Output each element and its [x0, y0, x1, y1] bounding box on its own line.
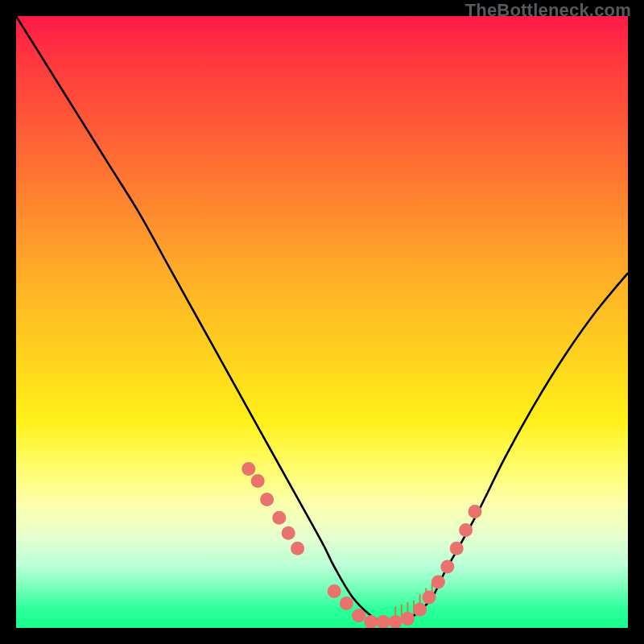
marker-dot	[389, 615, 402, 628]
chart-frame: TheBottleneck.com	[0, 0, 644, 644]
marker-dot	[251, 474, 265, 488]
marker-dot	[377, 615, 390, 628]
marker-dot	[423, 591, 436, 605]
marker-dot	[364, 615, 378, 628]
marker-dot	[242, 462, 255, 476]
marker-dot	[450, 542, 464, 555]
marker-dot	[352, 609, 365, 622]
marker-dot	[282, 526, 295, 540]
chart-svg	[16, 16, 628, 628]
marker-dot	[469, 505, 482, 518]
highlighted-points	[242, 462, 481, 628]
plot-area	[16, 16, 628, 628]
marker-dot	[291, 542, 304, 555]
watermark-text: TheBottleneck.com	[465, 0, 631, 21]
marker-dot	[340, 597, 353, 610]
marker-dot	[401, 612, 415, 625]
marker-dot	[431, 576, 445, 589]
marker-dot	[459, 523, 473, 537]
marker-dot	[413, 603, 427, 617]
marker-dot	[440, 560, 454, 574]
marker-dot	[260, 493, 274, 506]
marker-dot	[272, 511, 286, 525]
marker-dot	[328, 584, 341, 598]
bottleneck-curve	[16, 16, 628, 622]
